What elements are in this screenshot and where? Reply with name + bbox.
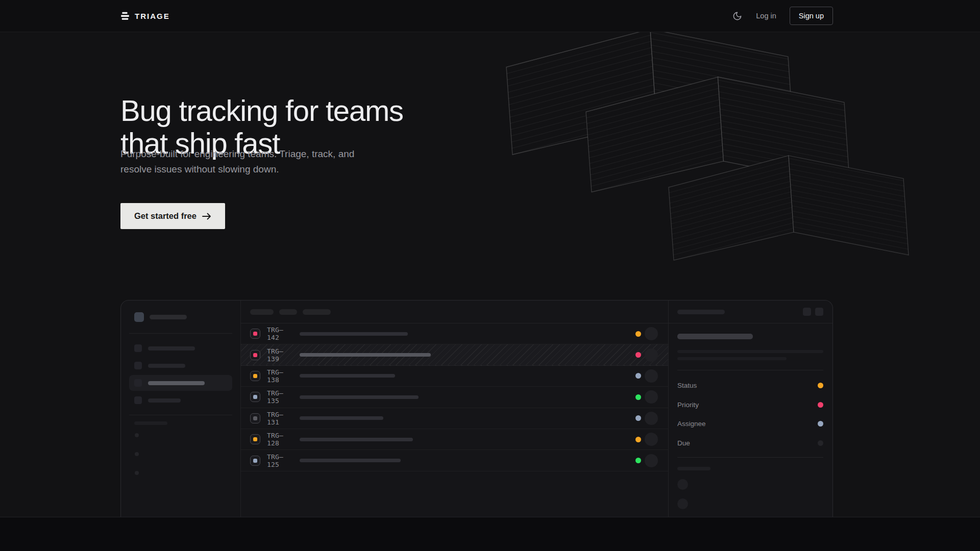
- field-value-dot: [818, 383, 823, 388]
- detail-panel: Status Priority Assignee: [669, 300, 833, 517]
- login-link[interactable]: Log in: [756, 12, 776, 20]
- issue-row: TRG–125: [241, 450, 668, 471]
- field-value-dot: [818, 440, 823, 446]
- activity-avatar: [677, 498, 688, 509]
- sidebar-section-skeleton: [134, 421, 167, 425]
- issue-list: TRG–142 TRG–139: [241, 300, 669, 517]
- sidebar-item-skeleton: [148, 381, 205, 385]
- issue-status-dot: [635, 415, 641, 421]
- issue-row: TRG–142: [241, 323, 668, 344]
- field-row: Due: [677, 434, 823, 453]
- issue-title-skeleton: [677, 334, 753, 339]
- issue-id: TRG–142: [267, 326, 296, 341]
- footer-strip: [0, 517, 980, 551]
- issue-title-skeleton: [300, 332, 408, 336]
- cta-label: Get started free: [134, 211, 197, 221]
- issue-status-dot: [635, 437, 641, 442]
- issue-assignee-avatar: [645, 454, 658, 467]
- arrow-right-icon: [202, 213, 211, 220]
- sidebar-nav-item: [129, 340, 232, 356]
- field-label: Assignee: [677, 420, 706, 428]
- issue-status-dot: [635, 373, 641, 379]
- issue-assignee-avatar: [645, 390, 658, 404]
- issue-priority-icon: [250, 350, 260, 360]
- wireframe-decoration: [500, 32, 929, 272]
- issue-priority-icon: [250, 413, 260, 423]
- issue-title-skeleton: [300, 353, 431, 357]
- field-label: Due: [677, 439, 690, 447]
- top-nav: TRIAGE Log in Sign up: [0, 0, 980, 32]
- filter-pill-skeleton: [279, 309, 297, 315]
- mockup-sidebar: [121, 300, 241, 517]
- sidebar-dot: [135, 452, 139, 456]
- triage-logo-icon: [120, 11, 130, 20]
- theme-toggle[interactable]: [731, 10, 743, 21]
- field-value-dot: [818, 421, 823, 427]
- workspace-row: [129, 300, 232, 333]
- panel-actions: [803, 308, 823, 316]
- issue-priority-icon: [250, 392, 260, 402]
- panel-divider: [677, 457, 823, 458]
- issue-priority-icon: [250, 329, 260, 339]
- sidebar-item-icon: [134, 379, 142, 387]
- signup-button[interactable]: Sign up: [790, 7, 833, 25]
- field-row: Priority: [677, 395, 823, 415]
- activity-avatar: [677, 479, 688, 490]
- issue-assignee-avatar: [645, 327, 658, 340]
- sidebar-item-icon: [134, 362, 142, 369]
- panel-action-button: [815, 308, 823, 316]
- issue-priority-icon: [250, 456, 260, 466]
- panel-title-skeleton: [677, 310, 725, 314]
- nav-actions: Log in Sign up: [731, 7, 833, 25]
- issue-assignee-avatar: [645, 412, 658, 425]
- sidebar-nav: [129, 334, 232, 415]
- get-started-button[interactable]: Get started free: [120, 203, 225, 229]
- brand[interactable]: TRIAGE: [120, 11, 170, 20]
- sidebar-nav-item: [129, 358, 232, 373]
- hero-section: Bug tracking for teams that ship fast Pu…: [0, 32, 980, 517]
- issue-id: TRG–135: [267, 389, 296, 405]
- issue-title-skeleton: [300, 438, 413, 441]
- workspace-avatar: [134, 312, 144, 322]
- issue-list-header: [241, 300, 668, 323]
- field-label: Priority: [677, 401, 699, 409]
- issue-row: TRG–128: [241, 429, 668, 450]
- detail-panel-body: Status Priority Assignee: [669, 323, 833, 509]
- issue-id: TRG–139: [267, 347, 296, 363]
- issue-priority-icon: [250, 434, 260, 444]
- sidebar-dot: [135, 433, 139, 437]
- field-label: Status: [677, 382, 697, 389]
- issue-id: TRG–128: [267, 432, 296, 447]
- issue-status-dot: [635, 331, 641, 337]
- brand-name: TRIAGE: [135, 12, 170, 20]
- issue-id: TRG–138: [267, 368, 296, 384]
- issue-row: TRG–138: [241, 366, 668, 387]
- issue-title-skeleton: [300, 416, 383, 420]
- field-value-dot: [818, 402, 823, 408]
- issue-assignee-avatar: [645, 348, 658, 362]
- field-row: Assignee: [677, 414, 823, 434]
- sidebar-dot: [135, 471, 139, 475]
- issue-id: TRG–125: [267, 453, 296, 468]
- sidebar-item-skeleton: [148, 398, 181, 403]
- sidebar-divider: [129, 415, 232, 415]
- panel-action-button: [803, 308, 811, 316]
- sidebar-item-icon: [134, 396, 142, 404]
- issue-title-skeleton: [300, 395, 419, 399]
- activity-section-skeleton: [677, 467, 710, 470]
- filter-pill-skeleton: [250, 309, 274, 315]
- issue-assignee-avatar: [645, 369, 658, 383]
- sidebar-nav-item: [129, 375, 232, 391]
- issue-status-dot: [635, 394, 641, 400]
- issue-row: TRG–139: [241, 344, 668, 365]
- issue-assignee-avatar: [645, 433, 658, 446]
- issue-title-skeleton: [300, 374, 395, 378]
- filter-pill-skeleton: [303, 309, 331, 315]
- workspace-name-skeleton: [150, 315, 187, 319]
- issue-status-dot: [635, 352, 641, 358]
- description-line-skeleton: [677, 350, 823, 353]
- field-rows: Status Priority Assignee: [677, 370, 823, 453]
- sidebar-item-icon: [134, 344, 142, 352]
- description-line-skeleton: [677, 357, 787, 360]
- issue-id: TRG–131: [267, 411, 296, 426]
